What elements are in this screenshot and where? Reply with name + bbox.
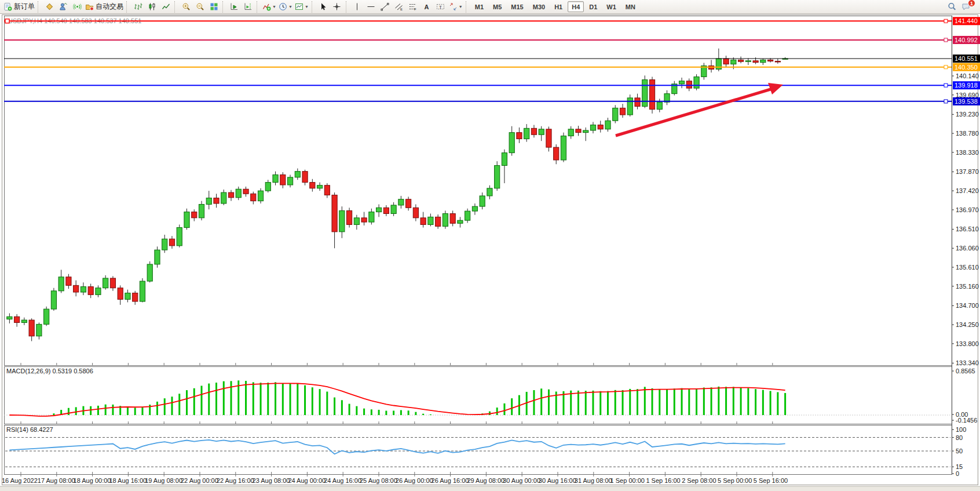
main-toolbar: 新订单 自动交易 ▼ ▼ ▼ E F A T ▼ [0,0,980,14]
bottom-strip [0,486,980,491]
channel-icon: E [394,2,403,11]
label-icon: T [436,2,445,11]
candlestick-button[interactable] [145,1,158,13]
auto-scroll-button[interactable] [228,1,240,13]
metaeditor-button[interactable] [43,1,56,13]
time-axis-label: 18 Aug 00:00 [74,477,111,484]
chevron-down-icon: ▼ [305,5,309,9]
macd-label: MACD(12,26,9) 0.5319 0.5806 [6,368,93,374]
time-axis-label: 24 Aug 00:00 [288,477,326,484]
indicators-button[interactable]: ▼ [262,1,277,13]
timeframe-m15-button[interactable]: M15 [507,1,527,12]
community-button[interactable] [57,1,70,13]
bar-chart-icon [134,2,142,11]
terminal-window: 新订单 自动交易 ▼ ▼ ▼ E F A T ▼ [0,0,980,491]
time-axis-label: 23 Aug 08:00 [253,477,290,484]
channel-button[interactable]: E [393,1,405,13]
time-axis-label: 29 Aug 08:00 [467,477,504,484]
svg-text:A: A [425,3,429,10]
time-axis-label: 5 Sep 16:00 [754,477,788,484]
tile-windows-button[interactable] [207,1,220,13]
time-axis-label: 30 Aug 16:00 [539,477,576,484]
time-axis-label: 1 Sep 00:00 [610,477,645,484]
price-tick-label: 135.160 [956,283,979,290]
price-tick-label: 136.510 [956,226,979,232]
new-order-label: 新订单 [14,2,35,12]
gold-cube-icon [45,2,54,11]
line-chart-icon [162,2,170,11]
zoom-out-button[interactable] [193,1,206,13]
text-button[interactable]: A [420,1,433,13]
new-order-button[interactable]: 新订单 [3,1,35,13]
time-axis-label: 26 Aug 00:00 [396,477,433,484]
auto-trading-button[interactable]: 自动交易 [85,1,124,13]
time-axis-label: 17 Aug 08:00 [38,477,75,484]
price-tick-label: 136.970 [956,206,979,213]
price-tick-label: 133.800 [956,340,979,347]
separator [126,1,129,13]
cursor-icon [319,2,327,11]
price-tick-label: 134.700 [956,302,979,309]
chat-button[interactable]: 1 [959,1,972,13]
timeframe-m1-button[interactable]: M1 [471,1,488,12]
macd-axis-label: 0.8565 [956,368,975,374]
time-axis-label: 31 Aug 08:00 [575,477,612,484]
horizontal-line-button[interactable] [365,1,378,13]
periods-button[interactable]: ▼ [278,1,293,13]
tile-windows-icon [210,2,218,11]
trendline-button[interactable] [379,1,392,13]
zoom-in-icon [182,2,191,11]
separator [222,1,225,13]
bar-chart-button[interactable] [131,1,144,13]
crosshair-button[interactable] [331,1,343,13]
zoom-in-button[interactable] [180,1,192,13]
timeframe-m30-button[interactable]: M30 [529,1,549,12]
separator [312,1,315,13]
timeframe-m5-button[interactable]: M5 [489,1,506,12]
signals-button[interactable] [71,1,83,13]
signal-icon [73,2,82,11]
rsi-label: RSI(14) 68.4227 [6,426,53,433]
price-tick-label: 137.870 [956,168,979,175]
time-axis-label: 25 Aug 08:00 [360,477,397,484]
price-tick-label: 138.330 [956,149,979,156]
fibonacci-icon: F [408,2,417,11]
auto-scroll-icon [230,2,239,11]
cursor-button[interactable] [317,1,330,13]
rsi-axis-label: 80 [956,434,963,441]
price-tick-label: 134.250 [956,321,979,328]
arrows-button[interactable]: ▼ [448,1,463,13]
text-icon: A [422,2,431,11]
label-button[interactable]: T [434,1,447,13]
rsi-axis-label: 0 [956,470,959,477]
timeframe-h1-button[interactable]: H1 [550,1,566,12]
timeframe-mn-button[interactable]: MN [621,1,639,12]
price-tick-label: 137.420 [956,187,979,194]
fibonacci-button[interactable]: F [407,1,419,13]
time-axis-label: 2 Sep 08:00 [682,477,716,484]
price-line-badge-label: 140.551 [955,55,978,62]
line-chart-button[interactable] [159,1,172,13]
svg-text:F: F [414,8,416,11]
chart-shift-button[interactable] [242,1,254,13]
notification-badge: 1 [968,0,975,7]
templates-button[interactable]: ▼ [294,1,309,13]
candlestick-icon [148,2,156,11]
time-axis-label: 19 Aug 08:00 [145,477,182,484]
search-button[interactable] [945,1,958,13]
time-axis[interactable]: 16 Aug 202217 Aug 08:0018 Aug 00:0018 Au… [2,477,788,484]
vertical-line-button[interactable] [351,1,364,13]
timeframe-d1-button[interactable]: D1 [585,1,601,12]
timeframe-h4-button[interactable]: H4 [568,1,584,12]
zoom-out-icon [196,2,204,11]
time-axis-label: 26 Aug 16:00 [432,477,469,484]
separator [466,1,469,13]
arrows-icon [449,2,458,11]
time-axis-label: 22 Aug 16:00 [217,477,254,484]
separator [257,1,259,13]
timeframe-w1-button[interactable]: W1 [602,1,620,12]
svg-text:T: T [439,5,442,10]
time-axis-label: 5 Sep 00:00 [718,477,752,484]
chart-shift-icon [244,2,253,11]
chart-area[interactable]: USDJPY,H4 140.540 140.583 140.537 140.55… [0,0,980,491]
